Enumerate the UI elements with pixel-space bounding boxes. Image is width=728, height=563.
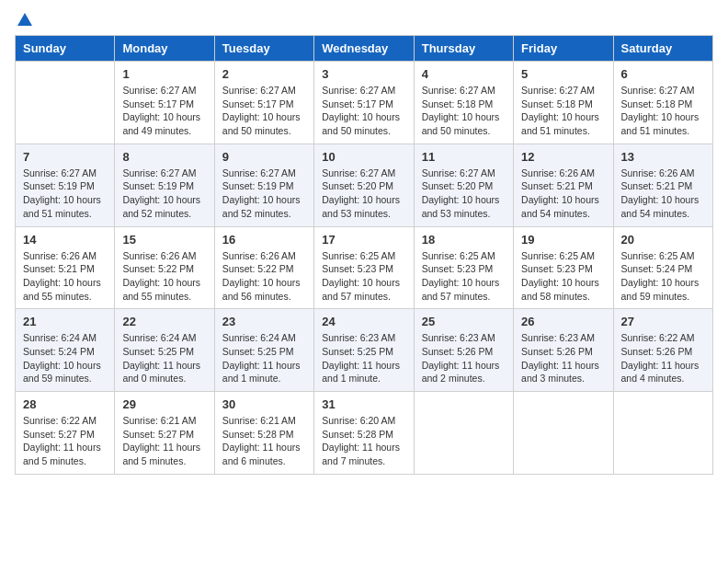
day-number: 31 [322,397,405,411]
day-number: 21 [23,315,107,328]
day-number: 29 [122,397,206,411]
day-number: 27 [621,315,705,328]
calendar-cell: 1Sunrise: 6:27 AM Sunset: 5:17 PM Daylig… [115,62,214,144]
calendar-cell: 22Sunrise: 6:24 AM Sunset: 5:25 PM Dayli… [115,309,214,392]
calendar-cell [514,392,613,475]
calendar-cell [414,392,513,475]
day-number: 20 [621,233,705,247]
calendar-row: 1Sunrise: 6:27 AM Sunset: 5:17 PM Daylig… [16,62,713,144]
day-info: Sunrise: 6:25 AM Sunset: 5:23 PM Dayligh… [422,249,506,304]
day-info: Sunrise: 6:26 AM Sunset: 5:22 PM Dayligh… [122,249,206,304]
day-info: Sunrise: 6:21 AM Sunset: 5:27 PM Dayligh… [122,414,206,468]
day-info: Sunrise: 6:23 AM Sunset: 5:26 PM Dayligh… [422,331,506,385]
calendar-cell: 21Sunrise: 6:24 AM Sunset: 5:24 PM Dayli… [16,309,115,392]
day-number: 18 [422,233,506,247]
day-number: 1 [122,67,206,81]
day-info: Sunrise: 6:27 AM Sunset: 5:17 PM Dayligh… [222,84,306,138]
day-number: 11 [422,150,506,164]
calendar-cell: 26Sunrise: 6:23 AM Sunset: 5:26 PM Dayli… [514,309,613,392]
day-info: Sunrise: 6:27 AM Sunset: 5:20 PM Dayligh… [322,167,405,221]
header [15,15,713,28]
calendar-row: 14Sunrise: 6:26 AM Sunset: 5:21 PM Dayli… [16,226,713,309]
calendar-cell: 10Sunrise: 6:27 AM Sunset: 5:20 PM Dayli… [314,144,414,226]
day-info: Sunrise: 6:24 AM Sunset: 5:24 PM Dayligh… [23,331,107,385]
day-info: Sunrise: 6:26 AM Sunset: 5:21 PM Dayligh… [23,249,107,304]
day-number: 12 [521,150,605,164]
day-info: Sunrise: 6:26 AM Sunset: 5:21 PM Dayligh… [521,167,605,221]
weekday-header-friday: Friday [514,36,613,62]
calendar-table: SundayMondayTuesdayWednesdayThursdayFrid… [15,35,713,475]
calendar-cell: 23Sunrise: 6:24 AM Sunset: 5:25 PM Dayli… [214,309,313,392]
day-info: Sunrise: 6:25 AM Sunset: 5:23 PM Dayligh… [322,249,405,304]
calendar-cell: 18Sunrise: 6:25 AM Sunset: 5:23 PM Dayli… [414,226,513,309]
day-info: Sunrise: 6:26 AM Sunset: 5:21 PM Dayligh… [621,167,705,221]
calendar-cell: 4Sunrise: 6:27 AM Sunset: 5:18 PM Daylig… [414,62,513,144]
day-number: 14 [23,233,107,247]
weekday-header-wednesday: Wednesday [314,36,414,62]
logo [15,15,33,28]
day-info: Sunrise: 6:27 AM Sunset: 5:18 PM Dayligh… [422,84,506,138]
calendar-cell: 20Sunrise: 6:25 AM Sunset: 5:24 PM Dayli… [613,226,712,309]
day-number: 15 [122,233,206,247]
day-info: Sunrise: 6:25 AM Sunset: 5:23 PM Dayligh… [521,249,605,304]
day-number: 2 [222,67,306,81]
calendar-cell: 25Sunrise: 6:23 AM Sunset: 5:26 PM Dayli… [414,309,513,392]
weekday-header-thursday: Thursday [414,36,513,62]
day-number: 23 [222,315,306,328]
day-info: Sunrise: 6:27 AM Sunset: 5:20 PM Dayligh… [422,167,506,221]
weekday-header-sunday: Sunday [16,36,115,62]
day-info: Sunrise: 6:27 AM Sunset: 5:19 PM Dayligh… [222,167,306,221]
calendar-cell: 27Sunrise: 6:22 AM Sunset: 5:26 PM Dayli… [613,309,712,392]
day-number: 7 [23,150,107,164]
day-number: 3 [322,67,405,81]
calendar-cell: 29Sunrise: 6:21 AM Sunset: 5:27 PM Dayli… [115,392,214,475]
day-info: Sunrise: 6:23 AM Sunset: 5:26 PM Dayligh… [521,331,605,385]
day-number: 9 [222,150,306,164]
calendar-cell: 17Sunrise: 6:25 AM Sunset: 5:23 PM Dayli… [314,226,414,309]
day-number: 4 [422,67,506,81]
calendar-cell: 15Sunrise: 6:26 AM Sunset: 5:22 PM Dayli… [115,226,214,309]
weekday-header-monday: Monday [115,36,214,62]
day-number: 13 [621,150,705,164]
calendar-row: 7Sunrise: 6:27 AM Sunset: 5:19 PM Daylig… [16,144,713,226]
svg-marker-0 [17,13,32,26]
day-info: Sunrise: 6:27 AM Sunset: 5:19 PM Dayligh… [23,167,107,221]
calendar-cell: 31Sunrise: 6:20 AM Sunset: 5:28 PM Dayli… [314,392,414,475]
calendar-cell [16,62,115,144]
day-number: 6 [621,67,705,81]
weekday-header-tuesday: Tuesday [214,36,313,62]
calendar-row: 21Sunrise: 6:24 AM Sunset: 5:24 PM Dayli… [16,309,713,392]
day-number: 26 [521,315,605,328]
weekday-header-saturday: Saturday [613,36,712,62]
calendar-cell: 30Sunrise: 6:21 AM Sunset: 5:28 PM Dayli… [214,392,313,475]
day-number: 16 [222,233,306,247]
day-info: Sunrise: 6:27 AM Sunset: 5:18 PM Dayligh… [521,84,605,138]
calendar-cell: 3Sunrise: 6:27 AM Sunset: 5:17 PM Daylig… [314,62,414,144]
calendar-cell: 6Sunrise: 6:27 AM Sunset: 5:18 PM Daylig… [613,62,712,144]
calendar-cell: 11Sunrise: 6:27 AM Sunset: 5:20 PM Dayli… [414,144,513,226]
day-number: 25 [422,315,506,328]
day-number: 17 [322,233,405,247]
calendar-cell: 16Sunrise: 6:26 AM Sunset: 5:22 PM Dayli… [214,226,313,309]
calendar-cell: 12Sunrise: 6:26 AM Sunset: 5:21 PM Dayli… [514,144,613,226]
calendar-cell: 24Sunrise: 6:23 AM Sunset: 5:25 PM Dayli… [314,309,414,392]
day-info: Sunrise: 6:22 AM Sunset: 5:26 PM Dayligh… [621,331,705,385]
day-info: Sunrise: 6:22 AM Sunset: 5:27 PM Dayligh… [23,414,107,468]
day-number: 28 [23,397,107,411]
day-number: 22 [122,315,206,328]
calendar-cell: 8Sunrise: 6:27 AM Sunset: 5:19 PM Daylig… [115,144,214,226]
day-info: Sunrise: 6:21 AM Sunset: 5:28 PM Dayligh… [222,414,306,468]
day-info: Sunrise: 6:23 AM Sunset: 5:25 PM Dayligh… [322,331,405,385]
day-number: 10 [322,150,405,164]
day-number: 19 [521,233,605,247]
day-info: Sunrise: 6:27 AM Sunset: 5:18 PM Dayligh… [621,84,705,138]
day-info: Sunrise: 6:27 AM Sunset: 5:17 PM Dayligh… [122,84,206,138]
day-number: 5 [521,67,605,81]
calendar-cell: 14Sunrise: 6:26 AM Sunset: 5:21 PM Dayli… [16,226,115,309]
calendar-cell: 7Sunrise: 6:27 AM Sunset: 5:19 PM Daylig… [16,144,115,226]
calendar-row: 28Sunrise: 6:22 AM Sunset: 5:27 PM Dayli… [16,392,713,475]
calendar-cell: 28Sunrise: 6:22 AM Sunset: 5:27 PM Dayli… [16,392,115,475]
calendar-cell: 9Sunrise: 6:27 AM Sunset: 5:19 PM Daylig… [214,144,313,226]
day-info: Sunrise: 6:24 AM Sunset: 5:25 PM Dayligh… [122,331,206,385]
calendar-cell: 19Sunrise: 6:25 AM Sunset: 5:23 PM Dayli… [514,226,613,309]
